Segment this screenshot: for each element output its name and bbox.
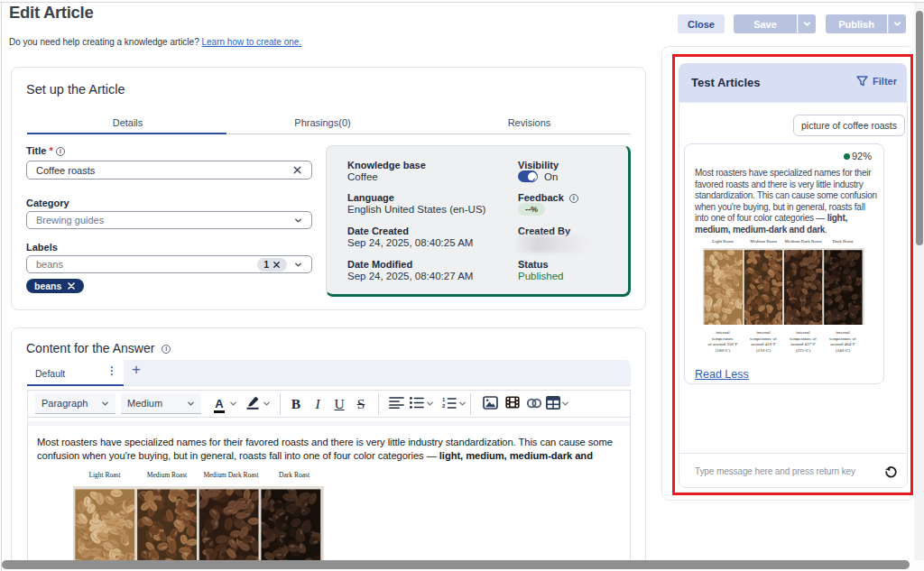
svg-text:2: 2 [442, 403, 446, 409]
svg-text:1: 1 [442, 397, 446, 402]
